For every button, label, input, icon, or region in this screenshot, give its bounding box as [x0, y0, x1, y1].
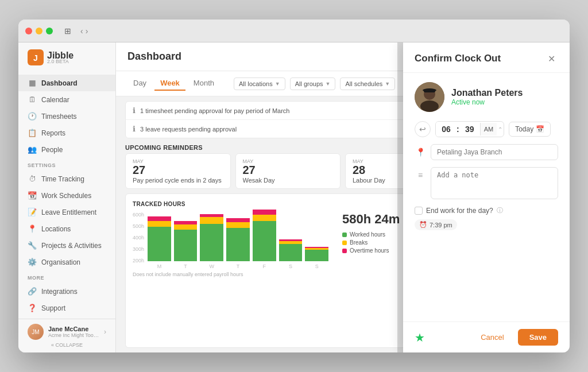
tracked-hours-card: TRACKED HOURS 600h 500h 400h 300h 20 [125, 193, 407, 348]
sidebar-item-reports[interactable]: 📋 Reports [18, 125, 115, 141]
note-input[interactable] [431, 167, 558, 199]
user-modal-info: Jonathan Peters Active now [451, 88, 523, 106]
reminder-day: 27 [243, 164, 334, 176]
time-back-button[interactable]: ↩ [415, 121, 431, 137]
sidebar-item-timesheets[interactable]: 🕐 Timesheets [18, 108, 115, 125]
back-arrow-icon[interactable]: ‹ [80, 26, 83, 36]
schedules-filter-label: All schedules [345, 80, 382, 87]
note-icon: ≡ [415, 170, 426, 180]
locations-filter-label: All locations [239, 80, 273, 87]
end-work-row: End work for the day? ⓘ [415, 206, 558, 215]
sidebar-item-label: Locations [41, 225, 71, 233]
modal-body: Jonathan Peters Active now ↩ : [403, 73, 570, 321]
minimize-traffic-light[interactable] [36, 28, 42, 34]
user-info: Jane McCane Acme Inc Might Too Long... [48, 326, 99, 338]
reminder-day: 27 [133, 164, 223, 176]
user-name: Jane McCane [48, 326, 99, 332]
bar-x-label: F [263, 264, 266, 269]
sidebar-item-leave-entitlement[interactable]: 📝 Leave Entitlement [18, 204, 115, 220]
y-label: 300h [133, 246, 144, 252]
sidebar-item-label: Integrations [41, 288, 78, 296]
end-work-label: End work for the day? [426, 207, 493, 215]
reminder-date: MAY [243, 158, 334, 164]
time-chevron-icon[interactable]: ⌃ [497, 126, 504, 133]
sidebar-item-label: People [41, 146, 63, 154]
y-label: 500h [133, 223, 144, 229]
collapse-button[interactable]: « COLLAPSE [28, 340, 106, 350]
sidebar-item-label: Projects & Activities [41, 242, 102, 250]
sidebar-item-label: Time Tracking [41, 175, 84, 183]
tab-week[interactable]: Week [154, 76, 185, 91]
back-icon: ↩ [419, 125, 426, 134]
sidebar-item-projects[interactable]: 🔧 Projects & Activities [18, 237, 115, 254]
layout-icon[interactable]: ⊞ [64, 26, 71, 36]
y-label: 200h [133, 258, 144, 264]
reminder-event: Pay period cycle ends in 2 days [133, 177, 223, 184]
bar-column: T [226, 204, 250, 269]
info-icon: ℹ [133, 106, 136, 115]
save-button[interactable]: Save [518, 329, 558, 346]
legend-overtime: Overtime hours [342, 247, 400, 254]
forward-arrow-icon[interactable]: › [86, 26, 88, 36]
sidebar-item-label: Dashboard [41, 79, 78, 87]
sidebar-item-calendar[interactable]: 🗓 Calendar [18, 91, 115, 108]
sidebar-item-time-tracking[interactable]: ⏱ Time Tracking [18, 170, 115, 187]
sidebar-item-support[interactable]: ❓ Support [18, 300, 115, 316]
sidebar-item-locations[interactable]: 📍 Locations [18, 220, 115, 237]
calendar-icon: 🗓 [28, 95, 37, 104]
calendar-icon: 📅 [536, 125, 544, 133]
location-input[interactable] [431, 144, 558, 160]
today-button[interactable]: Today 📅 [509, 122, 551, 137]
chart-legend: Worked hours Breaks Overtime hours [342, 231, 400, 254]
avatar-image [415, 82, 444, 112]
breaks-dot [342, 241, 347, 245]
work-schedules-icon: 📆 [28, 191, 37, 200]
tab-month[interactable]: Month [188, 76, 220, 91]
close-button[interactable]: ✕ [544, 52, 558, 65]
titlebar: ⊞ ‹ › [18, 20, 570, 42]
locations-filter[interactable]: All locations ▼ [234, 78, 285, 90]
sidebar-item-dashboard[interactable]: ▦ Dashboard [18, 75, 115, 91]
modal-title: Confirm Clock Out [415, 53, 544, 64]
bar-column: T [174, 204, 198, 269]
bar-x-label: S [289, 264, 292, 269]
end-time-value: 7:39 pm [430, 222, 452, 228]
notification-text: 3 leave requests pending approval [140, 126, 237, 133]
groups-filter[interactable]: All groups ▼ [290, 78, 336, 90]
y-axis-labels: 600h 500h 400h 300h 200h [133, 212, 144, 269]
user-modal-status: Active now [451, 98, 523, 106]
bar-column: M [148, 204, 171, 269]
bar-x-label: M [157, 264, 162, 269]
bar-column: S [305, 204, 328, 269]
sidebar-header: J Jibble 2.0 BETA [18, 42, 115, 72]
schedules-filter[interactable]: All schedules ▼ [340, 78, 395, 90]
cancel-button[interactable]: Cancel [471, 329, 513, 346]
user-profile[interactable]: JM Jane McCane Acme Inc Might Too Long..… [28, 324, 106, 340]
bar-chart: 600h 500h 400h 300h 200h [133, 212, 328, 277]
sidebar-item-integrations[interactable]: 🔗 Integrations [18, 283, 115, 300]
note-row: ≡ [415, 167, 558, 199]
star-icon[interactable]: ★ [415, 331, 425, 344]
people-icon: 👥 [28, 145, 37, 154]
sidebar-item-people[interactable]: 👥 People [18, 141, 115, 158]
reminder-event: Wesak Day [243, 177, 334, 184]
legend-breaks: Breaks [342, 239, 400, 246]
dashboard-icon: ▦ [28, 79, 37, 87]
jibble-logo[interactable]: J Jibble 2.0 BETA [28, 49, 74, 65]
bar-x-label: T [237, 264, 240, 269]
bar-column: W [200, 204, 223, 269]
end-time-badge: ⏰ 7:39 pm [415, 219, 457, 230]
reminder-date: MAY [133, 158, 223, 164]
sidebar-item-work-schedules[interactable]: 📆 Work Schedules [18, 187, 115, 204]
svg-point-9 [420, 100, 439, 112]
user-avatar: JM [28, 324, 44, 340]
minutes-input[interactable] [459, 122, 480, 137]
bar-x-label: S [315, 264, 319, 269]
tab-day[interactable]: Day [127, 76, 152, 91]
sidebar-item-organisation[interactable]: ⚙️ Organisation [18, 254, 115, 270]
close-traffic-light[interactable] [25, 28, 32, 34]
end-work-checkbox[interactable] [415, 207, 423, 215]
ampm-toggle[interactable]: AM [480, 123, 497, 135]
hours-input[interactable] [436, 122, 457, 137]
maximize-traffic-light[interactable] [46, 28, 53, 34]
